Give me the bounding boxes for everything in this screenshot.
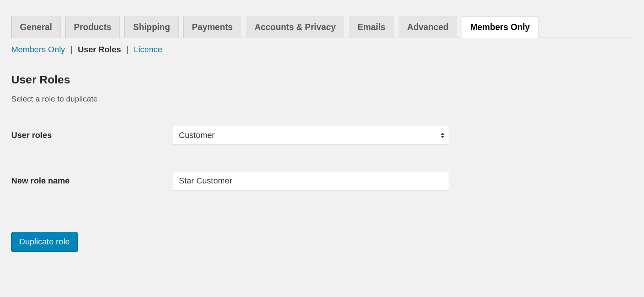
- settings-tabs: General Products Shipping Payments Accou…: [11, 17, 633, 38]
- tab-advanced[interactable]: Advanced: [399, 17, 457, 38]
- subnav-licence[interactable]: Licence: [134, 45, 162, 54]
- section-description: Select a role to duplicate: [11, 94, 633, 103]
- form-table: User roles Customer New role name: [11, 126, 633, 191]
- row-new-role-name: New role name: [11, 171, 633, 191]
- user-roles-select[interactable]: Customer: [173, 126, 449, 145]
- section-title: User Roles: [11, 73, 633, 86]
- sub-nav: Members Only | User Roles | Licence: [11, 45, 633, 55]
- tab-shipping[interactable]: Shipping: [124, 17, 178, 38]
- duplicate-role-button[interactable]: Duplicate role: [11, 232, 78, 252]
- row-user-roles: User roles Customer: [11, 126, 633, 145]
- label-new-role-name: New role name: [11, 176, 173, 186]
- tab-emails[interactable]: Emails: [349, 17, 394, 38]
- subnav-user-roles: User Roles: [78, 45, 121, 54]
- user-roles-select-value: Customer: [173, 126, 449, 145]
- subnav-separator: |: [126, 45, 128, 54]
- new-role-name-input[interactable]: [173, 171, 449, 191]
- subnav-members-only[interactable]: Members Only: [11, 45, 65, 54]
- tab-members-only[interactable]: Members Only: [462, 17, 539, 38]
- tab-products[interactable]: Products: [65, 17, 120, 38]
- tab-payments[interactable]: Payments: [183, 17, 242, 38]
- tab-accounts-privacy[interactable]: Accounts & Privacy: [246, 17, 344, 38]
- subnav-separator: |: [70, 45, 73, 54]
- label-user-roles: User roles: [11, 130, 173, 140]
- tab-general[interactable]: General: [11, 17, 61, 38]
